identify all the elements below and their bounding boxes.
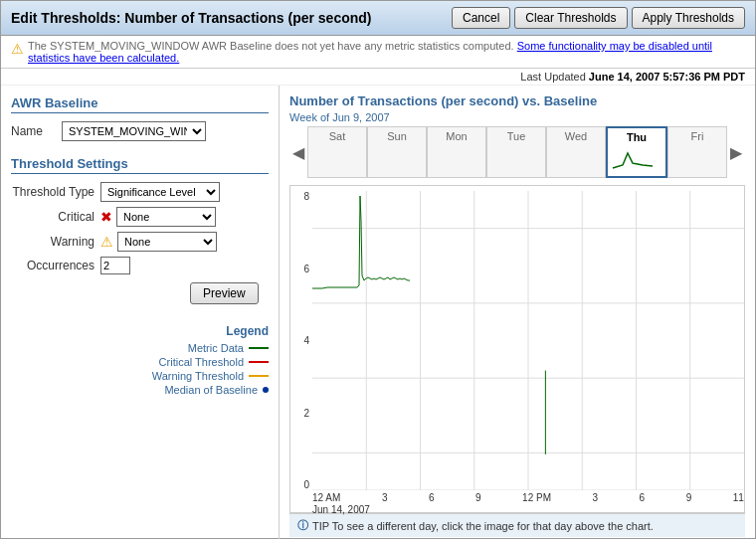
x-label-9: 9 xyxy=(475,492,481,503)
x-label-6pm: 6 xyxy=(640,492,646,503)
metric-data-line xyxy=(312,196,410,288)
occurrences-label: Occurrences xyxy=(11,259,100,272)
legend-warning-label: Warning Threshold xyxy=(152,370,244,382)
awr-section-title: AWR Baseline xyxy=(11,95,269,113)
x-axis: 12 AM 3 6 9 12 PM 3 6 9 11 Jun 14, 2007 xyxy=(312,492,744,510)
critical-select[interactable]: None xyxy=(116,207,216,227)
y-label-4: 4 xyxy=(303,335,309,346)
left-panel: AWR Baseline Name SYSTEM_MOVING_WINDOW T… xyxy=(1,86,280,539)
day-sat[interactable]: Sat xyxy=(307,126,367,178)
critical-icon: ✖ xyxy=(100,209,112,225)
last-updated-bar: Last Updated June 14, 2007 5:57:36 PM PD… xyxy=(1,69,755,86)
legend-warning: Warning Threshold xyxy=(11,370,269,382)
cancel-button[interactable]: Cancel xyxy=(452,7,510,29)
next-week-arrow[interactable]: ▶ xyxy=(727,143,745,162)
tip-text: TIP To see a different day, click the im… xyxy=(312,520,654,532)
critical-line-icon xyxy=(249,361,269,363)
day-thu[interactable]: Thu xyxy=(606,126,667,178)
x-label-12pm: 12 PM xyxy=(522,492,551,503)
metric-line-icon xyxy=(249,347,269,349)
critical-row: Critical ✖ None xyxy=(11,207,269,227)
legend-critical-label: Critical Threshold xyxy=(159,356,244,368)
legend-section: Legend Metric Data Critical Threshold Wa… xyxy=(11,324,269,396)
day-wed[interactable]: Wed xyxy=(546,126,606,178)
clear-thresholds-button[interactable]: Clear Thresholds xyxy=(514,7,627,29)
last-updated-value: June 14, 2007 5:57:36 PM PDT xyxy=(589,71,745,83)
critical-label: Critical xyxy=(11,210,100,224)
y-label-8: 8 xyxy=(303,191,309,202)
day-sun[interactable]: Sun xyxy=(367,126,427,178)
legend-metric-label: Metric Data xyxy=(188,342,244,354)
occurrences-input[interactable]: 2 xyxy=(100,257,130,274)
awr-name-select[interactable]: SYSTEM_MOVING_WINDOW xyxy=(62,121,206,141)
threshold-type-label: Threshold Type xyxy=(11,185,100,199)
warning-row: Warning ⚠ None xyxy=(11,232,269,252)
main-chart: 8 6 4 2 0 xyxy=(289,185,745,513)
x-date: Jun 14, 2007 xyxy=(312,504,744,515)
x-label-12am: 12 AM xyxy=(312,492,340,503)
preview-button[interactable]: Preview xyxy=(190,282,259,304)
header-buttons: Cancel Clear Thresholds Apply Thresholds xyxy=(452,7,745,29)
awr-baseline-section: AWR Baseline Name SYSTEM_MOVING_WINDOW xyxy=(11,95,269,141)
warning-icon: ⚠ xyxy=(11,41,24,57)
threshold-type-row: Threshold Type Significance Level xyxy=(11,182,269,202)
legend-title: Legend xyxy=(11,324,269,338)
y-label-0: 0 xyxy=(303,479,309,490)
chart-title: Number of Transactions (per second) vs. … xyxy=(289,93,745,108)
tip-bar: ⓘ TIP To see a different day, click the … xyxy=(289,513,745,537)
warning-select[interactable]: None xyxy=(117,232,217,252)
median-dot-icon xyxy=(263,387,269,393)
day-fri[interactable]: Fri xyxy=(667,126,727,178)
apply-thresholds-button[interactable]: Apply Thresholds xyxy=(632,7,746,29)
page-title: Edit Thresholds: Number of Transactions … xyxy=(11,10,372,26)
x-label-9pm: 9 xyxy=(686,492,692,503)
threshold-type-select[interactable]: Significance Level xyxy=(100,182,220,202)
y-axis: 8 6 4 2 0 xyxy=(290,191,312,490)
day-cells: Sat Sun Mon Tue xyxy=(307,126,727,178)
warning-text: The SYSTEM_MOVING_WINDOW AWR Baseline do… xyxy=(28,40,745,64)
day-tue[interactable]: Tue xyxy=(486,126,546,178)
legend-median-label: Median of Baseline xyxy=(164,384,258,396)
legend-metric: Metric Data xyxy=(11,342,269,354)
tip-icon: ⓘ xyxy=(297,518,308,533)
y-label-6: 6 xyxy=(303,264,309,274)
name-label: Name xyxy=(11,124,56,138)
day-mon[interactable]: Mon xyxy=(427,126,486,178)
warning-bar: ⚠ The SYSTEM_MOVING_WINDOW AWR Baseline … xyxy=(1,36,755,69)
x-label-6: 6 xyxy=(429,492,435,503)
warning-icon-field: ⚠ xyxy=(100,234,113,250)
threshold-section-title: Threshold Settings xyxy=(11,156,269,174)
y-label-2: 2 xyxy=(303,408,309,419)
prev-week-arrow[interactable]: ◀ xyxy=(289,143,307,162)
x-label-11: 11 xyxy=(733,492,744,503)
warning-line-icon xyxy=(249,375,269,377)
week-label: Week of Jun 9, 2007 xyxy=(289,111,745,123)
warning-label: Warning xyxy=(11,235,100,249)
settings-table: Threshold Type Significance Level Critic… xyxy=(11,182,269,304)
x-label-3pm: 3 xyxy=(593,492,599,503)
chart-svg xyxy=(312,191,744,490)
threshold-settings-section: Threshold Settings Threshold Type Signif… xyxy=(11,156,269,304)
occurrences-row: Occurrences 2 xyxy=(11,257,269,274)
legend-critical: Critical Threshold xyxy=(11,356,269,368)
legend-median: Median of Baseline xyxy=(11,384,269,396)
right-panel: Number of Transactions (per second) vs. … xyxy=(280,86,755,539)
name-row: Name SYSTEM_MOVING_WINDOW xyxy=(11,121,269,141)
week-nav: ◀ Sat Sun Mon Tue xyxy=(289,126,745,178)
x-label-3: 3 xyxy=(382,492,388,503)
